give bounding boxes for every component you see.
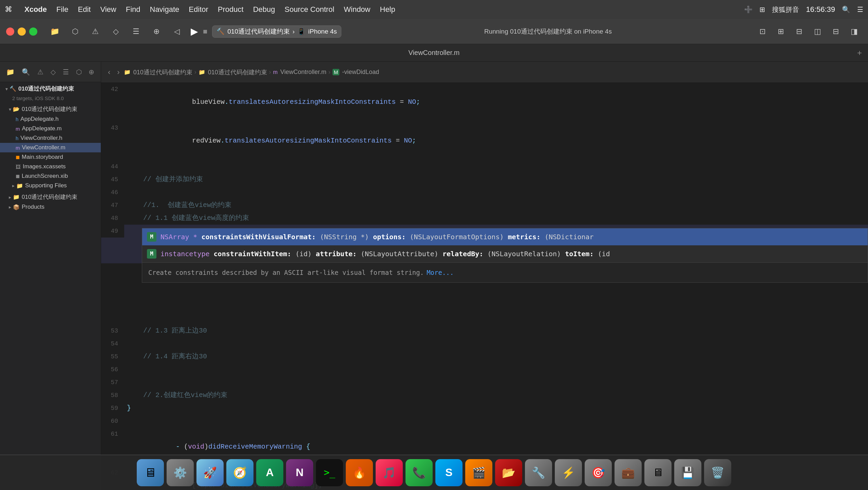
navigator-toggle[interactable]: 📁: [47, 24, 62, 39]
menu-edit[interactable]: Edit: [78, 5, 91, 14]
breadcrumb-folder[interactable]: 📁 010通过代码创建约束: [199, 68, 267, 76]
view-standard[interactable]: ⊡: [755, 24, 770, 39]
dock-item-misc3[interactable]: 🎯: [585, 459, 612, 486]
debug-sidebar-icon[interactable]: ☰: [61, 66, 71, 78]
sidebar-item-launchscreen[interactable]: ◼ LaunchScreen.xib: [0, 171, 101, 181]
sidebar-item-viewcontroller-m[interactable]: m ViewController.m: [0, 143, 101, 152]
code-editor[interactable]: 42 blueView.translatesAutoresizingMaskIn…: [101, 83, 868, 490]
test-btn[interactable]: ◁: [169, 24, 185, 39]
source-control-btn[interactable]: ⊕: [149, 24, 164, 39]
vlc-icon: 🎬: [472, 466, 486, 479]
report-sidebar-icon[interactable]: ⊕: [87, 66, 96, 78]
doc-more-link[interactable]: More...: [427, 266, 454, 279]
fullscreen-button[interactable]: [29, 27, 37, 36]
code-line-55: 55 // 1.4 距离右边30: [101, 350, 868, 363]
code-line-44: 44: [101, 160, 868, 173]
sidebar-item-viewcontroller-h[interactable]: h ViewController.h: [0, 133, 101, 143]
view-version[interactable]: ⊟: [791, 24, 807, 39]
nav-next[interactable]: ›: [114, 67, 122, 78]
breakpoints-btn[interactable]: ⬡: [67, 24, 83, 39]
minimize-button[interactable]: [18, 27, 26, 36]
dock-item-filezilla[interactable]: 📂: [495, 459, 522, 486]
hide-inspector[interactable]: ◨: [846, 24, 862, 39]
breadcrumb-method[interactable]: M -viewDidLoad: [333, 69, 379, 76]
stop-button[interactable]: ■: [203, 27, 207, 36]
issues-btn[interactable]: ⚠: [88, 24, 103, 39]
sidebar-item-main-storyboard[interactable]: ◼ Main.storyboard: [0, 152, 101, 162]
dock-item-skype[interactable]: S: [435, 459, 463, 486]
menu-window[interactable]: Window: [344, 5, 370, 14]
dock-item-misc1[interactable]: 🔧: [525, 459, 552, 486]
menu-view[interactable]: View: [100, 5, 116, 14]
sidebar-item-supporting[interactable]: ▸ 📁 Supporting Files: [0, 181, 101, 190]
dock-item-settings[interactable]: ⚙️: [167, 459, 194, 486]
test-sidebar-icon[interactable]: ◇: [49, 66, 58, 78]
menu-debug[interactable]: Debug: [253, 5, 275, 14]
find-btn[interactable]: ◇: [108, 24, 124, 39]
code-line-46: 46: [101, 186, 868, 199]
hide-debug[interactable]: ⊟: [828, 24, 844, 39]
breadcrumb-folder-label: 010通过代码创建约束: [208, 68, 267, 76]
menu-editor[interactable]: Editor: [189, 5, 208, 14]
search-icon[interactable]: 🔍: [842, 5, 850, 14]
input-method[interactable]: 搜狐拼音: [772, 5, 799, 14]
dock-item-misc5[interactable]: 🖥: [644, 459, 672, 486]
dock-item-finder[interactable]: 🖥: [137, 459, 164, 486]
autocomplete-item-1[interactable]: M NSArray * constraintsWithVisualFormat:…: [142, 228, 868, 245]
sidebar-item-group2[interactable]: ▸ 📁 010通过代码创建约束: [0, 192, 101, 202]
scheme-selector[interactable]: 🔨 010通过代码创建约束 › 📱 iPhone 4s: [212, 25, 341, 38]
breadcrumb-file[interactable]: m ViewController.m: [273, 69, 326, 76]
breadcrumb-project[interactable]: 📁 010通过代码创建约束: [124, 68, 192, 76]
menu-file[interactable]: File: [56, 5, 68, 14]
dock-item-forge[interactable]: 🔥: [346, 459, 373, 486]
folder-disclosure-icon: ▸: [10, 183, 16, 189]
menu-source-control[interactable]: Source Control: [285, 5, 335, 14]
line-number: 43: [101, 121, 124, 134]
file-label: AppDelegate.h: [20, 116, 58, 122]
dock-item-misc4[interactable]: 💼: [615, 459, 642, 486]
sidebar-item-project-root[interactable]: ▾ 🔨 010通过代码创建约束: [0, 83, 101, 94]
sidebar-item-appdelegate-m[interactable]: m AppDelegate.m: [0, 124, 101, 133]
sidebar-item-images-xcassets[interactable]: 🖼 Images.xcassets: [0, 162, 101, 171]
dock-item-terminal[interactable]: >_: [316, 459, 343, 486]
autocomplete-item-2[interactable]: M instancetype constraintWithItem: (id) …: [142, 245, 868, 262]
dock-item-safari[interactable]: 🧭: [226, 459, 253, 486]
run-button[interactable]: ▶: [191, 26, 198, 37]
options-icon[interactable]: ☰: [857, 5, 863, 14]
search-sidebar-icon[interactable]: 🔍: [20, 66, 32, 78]
dock-item-trash[interactable]: 🗑️: [704, 459, 731, 486]
apple-menu[interactable]: ⌘: [5, 5, 12, 14]
dock-item-appstore[interactable]: A: [256, 459, 283, 486]
autocomplete-popup[interactable]: M NSArray * constraintsWithVisualFormat:…: [142, 228, 868, 283]
sidebar-item-appdelegate-h[interactable]: h AppDelegate.h: [0, 114, 101, 124]
menu-help[interactable]: Help: [380, 5, 395, 14]
breakpoints-sidebar-icon[interactable]: ⬡: [74, 66, 84, 78]
dock-item-misc6[interactable]: 💾: [674, 459, 701, 486]
dock-item-onenote[interactable]: N: [286, 459, 313, 486]
menu-navigate[interactable]: Navigate: [150, 5, 180, 14]
dock-item-music[interactable]: 🎵: [376, 459, 403, 486]
tab-filename[interactable]: ViewController.m: [409, 49, 460, 57]
group-main-label: 010通过代码创建约束: [22, 105, 77, 113]
dock-item-misc2[interactable]: ⚡: [555, 459, 582, 486]
add-tab-button[interactable]: +: [857, 48, 862, 58]
folder-icon[interactable]: 📁: [4, 66, 17, 78]
line-content: // 1.3 距离上边30: [124, 324, 868, 337]
menu-xcode[interactable]: Xcode: [24, 5, 47, 14]
view-assistant[interactable]: ⊞: [773, 24, 789, 39]
dock-item-phone[interactable]: 📞: [405, 459, 433, 486]
nav-previous[interactable]: ‹: [105, 67, 113, 78]
dock-item-launchpad[interactable]: 🚀: [196, 459, 224, 486]
issues-sidebar-icon[interactable]: ⚠: [35, 66, 45, 78]
dock-item-vlc[interactable]: 🎬: [465, 459, 492, 486]
sidebar-toolbar: 📁 🔍 ⚠ ◇ ☰ ⬡ ⊕: [0, 62, 101, 82]
menu-product[interactable]: Product: [218, 5, 244, 14]
close-button[interactable]: [6, 27, 14, 36]
line-content: // 创建并添加约束: [124, 173, 868, 186]
sidebar-item-products[interactable]: ▸ 📦 Products: [0, 202, 101, 212]
sidebar-item-group-main[interactable]: ▾ 📂 010通过代码创建约束: [0, 104, 101, 114]
hierarchy-btn[interactable]: ☰: [128, 24, 144, 39]
hide-navigator[interactable]: ◫: [810, 24, 825, 39]
menu-find[interactable]: Find: [126, 5, 140, 14]
method-badge-2: M: [147, 249, 156, 259]
